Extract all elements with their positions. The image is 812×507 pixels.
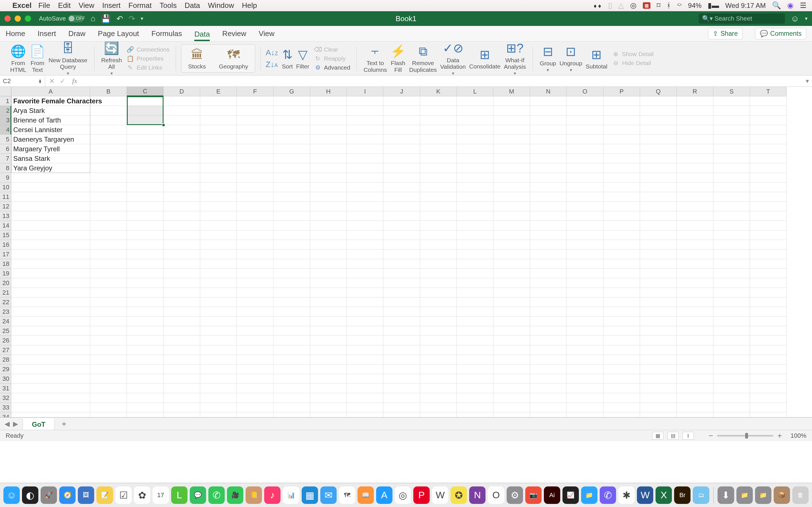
subtotal-button[interactable]: ⊞Subtotal <box>584 46 609 71</box>
cell-S8[interactable] <box>713 163 750 173</box>
cell-G12[interactable] <box>273 202 310 211</box>
cell-J5[interactable] <box>384 135 420 144</box>
dock-wechat-icon[interactable]: 💬 <box>190 487 206 504</box>
cell-I18[interactable] <box>347 259 384 269</box>
dock-box-icon[interactable]: 📦 <box>774 487 790 504</box>
cell-I33[interactable] <box>347 403 384 412</box>
from-text-button[interactable]: 📄From Text <box>28 43 47 74</box>
cell-I31[interactable] <box>347 384 384 393</box>
cell-O20[interactable] <box>567 278 603 288</box>
cell-M15[interactable] <box>493 230 530 240</box>
data-validation-button[interactable]: ✓⊘Data Validation <box>439 40 467 77</box>
menubar-app-name[interactable]: Excel <box>12 1 32 10</box>
cell-M6[interactable] <box>493 144 530 154</box>
cell-I5[interactable] <box>347 135 384 144</box>
cell-I32[interactable] <box>347 393 384 403</box>
cell-O26[interactable] <box>567 336 603 345</box>
cell-T32[interactable] <box>750 393 786 403</box>
cell-B33[interactable] <box>90 403 127 412</box>
cell-R3[interactable] <box>677 115 713 125</box>
siri-menu-icon[interactable]: ◉ <box>787 1 794 10</box>
cell-G1[interactable] <box>273 96 310 106</box>
cell-C11[interactable] <box>127 192 163 202</box>
cell-P22[interactable] <box>603 297 640 307</box>
cell-M3[interactable] <box>493 115 530 125</box>
cell-P10[interactable] <box>603 182 640 192</box>
cell-P7[interactable] <box>603 154 640 163</box>
cell-M1[interactable] <box>493 96 530 106</box>
dock-line-icon[interactable]: L <box>171 487 188 504</box>
tab-formulas[interactable]: Formulas <box>151 27 182 40</box>
cell-B21[interactable] <box>90 288 127 297</box>
cell-E12[interactable] <box>200 202 237 211</box>
cell-Q34[interactable] <box>640 412 677 417</box>
cell-T3[interactable] <box>750 115 786 125</box>
cell-E26[interactable] <box>200 336 237 345</box>
consolidate-button[interactable]: ⊞Consolidate <box>467 46 502 71</box>
cell-P27[interactable] <box>603 345 640 355</box>
cell-D5[interactable] <box>163 135 200 144</box>
cell-R16[interactable] <box>677 240 713 249</box>
sheet-nav-prev-icon[interactable]: ◀ <box>4 420 10 428</box>
window-minimize-button[interactable] <box>15 15 21 22</box>
zoom-in-button[interactable]: + <box>777 431 782 440</box>
cell-F18[interactable] <box>237 259 273 269</box>
cell-E27[interactable] <box>200 345 237 355</box>
cell-F27[interactable] <box>237 345 273 355</box>
cell-O27[interactable] <box>567 345 603 355</box>
dock-downloads-icon[interactable]: ⬇ <box>718 487 734 504</box>
cell-A25[interactable] <box>11 326 90 336</box>
cell-B7[interactable] <box>90 154 127 163</box>
cell-K15[interactable] <box>420 230 457 240</box>
cell-R2[interactable] <box>677 106 713 115</box>
dock-mail-icon[interactable]: ✉ <box>320 487 337 504</box>
cell-C21[interactable] <box>127 288 163 297</box>
cell-R4[interactable] <box>677 125 713 135</box>
cell-A23[interactable] <box>11 307 90 317</box>
cell-O34[interactable] <box>567 412 603 417</box>
row-header-25[interactable]: 25 <box>0 326 11 336</box>
cell-L29[interactable] <box>457 364 493 374</box>
cell-L20[interactable] <box>457 278 493 288</box>
dock-siri-icon[interactable]: ◐ <box>22 487 38 504</box>
cell-T10[interactable] <box>750 182 786 192</box>
cell-I9[interactable] <box>347 173 384 182</box>
cell-K1[interactable] <box>420 96 457 106</box>
cell-E3[interactable] <box>200 115 237 125</box>
sheet-tab-got[interactable]: GoT <box>22 418 55 430</box>
menu-tools[interactable]: Tools <box>160 1 177 10</box>
cell-A13[interactable] <box>11 211 90 221</box>
cell-L21[interactable] <box>457 288 493 297</box>
row-header-21[interactable]: 21 <box>0 288 11 297</box>
cell-N26[interactable] <box>530 336 567 345</box>
cell-S25[interactable] <box>713 326 750 336</box>
cell-F3[interactable] <box>237 115 273 125</box>
cell-R30[interactable] <box>677 374 713 384</box>
cell-D2[interactable] <box>163 106 200 115</box>
cell-M20[interactable] <box>493 278 530 288</box>
row-header-10[interactable]: 10 <box>0 182 11 192</box>
cell-C24[interactable] <box>127 317 163 326</box>
dock-pinterest-icon[interactable]: P <box>413 487 430 504</box>
cell-L6[interactable] <box>457 144 493 154</box>
cell-N33[interactable] <box>530 403 567 412</box>
feedback-smile-icon[interactable]: ☺ <box>791 14 799 23</box>
cell-E30[interactable] <box>200 374 237 384</box>
cell-A12[interactable] <box>11 202 90 211</box>
cell-T11[interactable] <box>750 192 786 202</box>
enter-formula-icon[interactable]: ✓ <box>60 77 65 85</box>
cell-K7[interactable] <box>420 154 457 163</box>
col-header-I[interactable]: I <box>347 87 384 96</box>
cell-M26[interactable] <box>493 336 530 345</box>
formula-expand-icon[interactable]: ▾ <box>802 75 812 87</box>
cell-J28[interactable] <box>384 355 420 364</box>
cell-T7[interactable] <box>750 154 786 163</box>
cell-I17[interactable] <box>347 249 384 259</box>
connections-button[interactable]: 🔗Connections <box>125 46 170 54</box>
group-button[interactable]: ⊟Group <box>538 43 558 74</box>
new-db-query-button[interactable]: 🗄New Database Query <box>47 40 89 77</box>
cell-O12[interactable] <box>567 202 603 211</box>
cell-J12[interactable] <box>384 202 420 211</box>
cell-J10[interactable] <box>384 182 420 192</box>
cell-P4[interactable] <box>603 125 640 135</box>
